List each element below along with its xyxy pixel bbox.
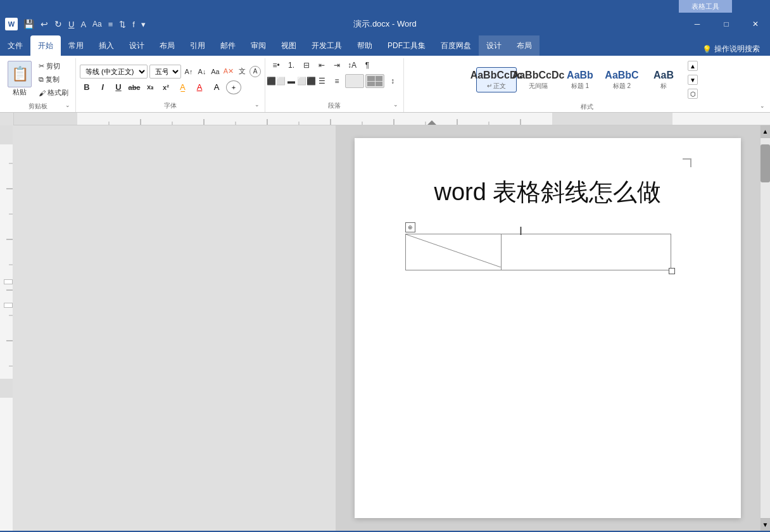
strikethrough-button[interactable]: abc bbox=[127, 80, 141, 94]
vertical-scrollbar[interactable]: ▲ ▼ bbox=[760, 125, 770, 531]
highlight-color-button[interactable]: A̲ bbox=[175, 80, 190, 94]
list-icon[interactable]: ≡ bbox=[106, 18, 115, 30]
tab-developer[interactable]: 开发工具 bbox=[304, 35, 350, 56]
clipboard-group-label: 剪贴板 bbox=[4, 101, 72, 113]
scroll-up-button[interactable]: ▲ bbox=[761, 125, 770, 138]
change-case-button[interactable]: Aa bbox=[210, 66, 221, 77]
underline-quick-icon[interactable]: U bbox=[66, 18, 76, 30]
font-color-button[interactable]: A bbox=[192, 80, 207, 94]
restore-button[interactable]: □ bbox=[712, 13, 741, 35]
line-spacing-button[interactable]: ↕ bbox=[386, 74, 400, 88]
text-font-icon[interactable]: A bbox=[79, 18, 88, 30]
shading-icon: A bbox=[214, 82, 220, 92]
tab-view[interactable]: 视图 bbox=[274, 35, 304, 56]
ruler-corner[interactable] bbox=[0, 113, 14, 125]
font-size-select[interactable]: 五号 bbox=[149, 65, 181, 79]
tab-layout[interactable]: 布局 bbox=[152, 35, 182, 56]
tab-pdf[interactable]: PDF工具集 bbox=[380, 35, 433, 56]
align-center-button[interactable]: ▬ bbox=[284, 74, 298, 88]
table-resize-handle[interactable] bbox=[669, 268, 675, 274]
redo-icon[interactable]: ↻ bbox=[53, 18, 64, 30]
distribute-button[interactable]: ≡ bbox=[330, 74, 344, 88]
superscript-button[interactable]: x² bbox=[159, 80, 173, 94]
clipboard-small-actions: ✂ 剪切 ⧉ 复制 🖌 格式刷 bbox=[35, 58, 72, 101]
tab-review[interactable]: 审阅 bbox=[243, 35, 274, 56]
style-heading1[interactable]: AaBb 标题 1 bbox=[560, 67, 600, 92]
decrease-font-button[interactable]: A↓ bbox=[196, 66, 208, 77]
help-search-button[interactable]: 💡 操作说明搜索 bbox=[697, 42, 765, 56]
tab-design[interactable]: 设计 bbox=[122, 35, 152, 56]
tab-insert[interactable]: 插入 bbox=[91, 35, 122, 56]
minimize-button[interactable]: ─ bbox=[683, 13, 712, 35]
scroll-thumb[interactable] bbox=[761, 144, 770, 182]
italic-button[interactable]: I bbox=[96, 80, 110, 94]
para-row1: ≡• 1. ⊟ ⇤ ⇥ ↕A ¶ bbox=[269, 58, 374, 72]
ruler-area bbox=[0, 113, 770, 125]
tab-reference[interactable]: 引用 bbox=[182, 35, 213, 56]
format-painter-button[interactable]: 🖌 格式刷 bbox=[37, 87, 70, 98]
document-area[interactable]: word 表格斜线怎么做 ⊕ I bbox=[336, 125, 760, 531]
formula-icon[interactable]: f bbox=[130, 18, 137, 30]
char-shading-button[interactable]: A bbox=[209, 80, 224, 94]
format-painter-label: 格式刷 bbox=[47, 88, 68, 98]
paragraph-group-label: 段落 bbox=[269, 100, 400, 112]
borders-button[interactable] bbox=[365, 74, 384, 88]
bullets-button[interactable]: ≡• bbox=[269, 58, 283, 72]
circle-text-button[interactable]: A bbox=[249, 66, 261, 77]
increase-indent-button[interactable]: ⇥ bbox=[330, 58, 344, 72]
tab-baidu[interactable]: 百度网盘 bbox=[433, 35, 479, 56]
phonetic-button[interactable]: 文 bbox=[236, 66, 248, 77]
subscript-button[interactable]: x₂ bbox=[143, 80, 157, 94]
cut-button[interactable]: ✂ 剪切 bbox=[37, 61, 70, 72]
table-cell-right[interactable] bbox=[502, 234, 671, 270]
paragraph-content: ≡• 1. ⊟ ⇤ ⇥ ↕A ¶ ⬛⬜ ▬ ⬜⬛ ☰ ≡ bbox=[269, 58, 400, 100]
tab-file[interactable]: 文件 bbox=[0, 35, 30, 56]
case-icon[interactable]: Aa bbox=[91, 18, 104, 30]
char-border-button[interactable]: + bbox=[226, 80, 241, 94]
tab-tlayout[interactable]: 布局 bbox=[509, 35, 540, 56]
style-heading2[interactable]: AaBbC 标题 2 bbox=[602, 67, 642, 92]
styles-scroll-up[interactable]: ▲ bbox=[688, 61, 698, 71]
styles-scroll-down[interactable]: ▼ bbox=[688, 75, 698, 85]
tab-mailing[interactable]: 邮件 bbox=[213, 35, 243, 56]
clear-format-button[interactable]: A✕ bbox=[223, 66, 234, 77]
table-cell-diagonal[interactable] bbox=[406, 234, 502, 270]
context-label: 表格工具 bbox=[679, 0, 732, 13]
undo-icon[interactable]: ↩ bbox=[39, 18, 50, 30]
close-button[interactable]: ✕ bbox=[741, 13, 770, 35]
shading-para-button[interactable] bbox=[345, 74, 364, 88]
tab-home[interactable]: 开始 bbox=[30, 35, 61, 56]
underline-button[interactable]: U bbox=[111, 80, 125, 94]
font-name-select[interactable]: 等线 (中文正文) bbox=[80, 65, 148, 79]
increase-font-button[interactable]: A↑ bbox=[183, 66, 194, 77]
sort-icon[interactable]: ⇅ bbox=[117, 18, 128, 30]
scroll-down-button[interactable]: ▼ bbox=[761, 518, 770, 531]
page-start-mark bbox=[4, 279, 13, 284]
save-icon[interactable]: 💾 bbox=[22, 18, 36, 30]
styles-group-label: 样式 bbox=[408, 101, 766, 113]
doc-table[interactable] bbox=[405, 234, 671, 270]
style-nospace[interactable]: AaBbCcDc 无间隔 bbox=[518, 67, 559, 92]
styles-expand[interactable]: ⬡ bbox=[688, 89, 698, 99]
bold-button[interactable]: B bbox=[80, 80, 94, 94]
more-icon[interactable]: ▾ bbox=[139, 18, 148, 30]
font-controls: 等线 (中文正文) 五号 A↑ A↓ Aa A✕ 文 A B bbox=[80, 65, 261, 94]
tab-common[interactable]: 常用 bbox=[61, 35, 91, 56]
tab-tdesign[interactable]: 设计 bbox=[479, 35, 509, 56]
align-left-button[interactable]: ⬛⬜ bbox=[269, 74, 283, 88]
table-move-handle[interactable]: ⊕ bbox=[405, 222, 415, 232]
font-row2: B I U abc x₂ x² A̲ A bbox=[80, 80, 261, 94]
decrease-indent-button[interactable]: ⇤ bbox=[315, 58, 329, 72]
style-normal[interactable]: AaBbCcDc ↵ 正文 bbox=[476, 67, 517, 92]
show-marks-button[interactable]: ¶ bbox=[360, 58, 374, 72]
style-heading3[interactable]: AaB 标 bbox=[643, 67, 684, 92]
justify-button[interactable]: ☰ bbox=[315, 74, 329, 88]
align-right-button[interactable]: ⬜⬛ bbox=[300, 74, 313, 88]
copy-button[interactable]: ⧉ 复制 bbox=[37, 74, 70, 85]
sort-para-button[interactable]: ↕A bbox=[345, 58, 359, 72]
multilevel-button[interactable]: ⊟ bbox=[300, 58, 313, 72]
ribbon-group-font: 等线 (中文正文) 五号 A↑ A↓ Aa A✕ 文 A B bbox=[76, 58, 265, 112]
tab-help[interactable]: 帮助 bbox=[350, 35, 380, 56]
paste-button[interactable]: 📋 粘贴 bbox=[4, 58, 35, 101]
numbering-button[interactable]: 1. bbox=[284, 58, 298, 72]
